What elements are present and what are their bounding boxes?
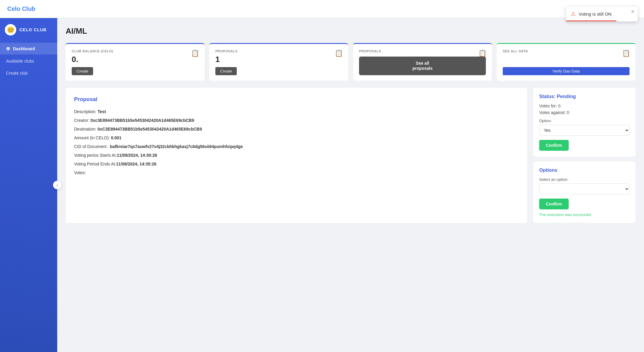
status-panel-title: Status: Pending xyxy=(539,94,630,99)
select-option-label: Select an option: xyxy=(539,177,630,182)
card-club-balance: CLUB BALANCE (CELO) 0. 📋 Create xyxy=(66,43,205,81)
calendar-icon-2: 📋 xyxy=(335,49,343,57)
sidebar: 😊 CELO CLUB ⊕ Dashboard Available clubs … xyxy=(0,18,57,352)
proposal-card: Proposal Description: Test Creator: 0xc3… xyxy=(66,88,527,223)
proposal-creator: Creator: 0xc3E894473BB51b5e5453042420A1d… xyxy=(74,117,519,124)
option-select[interactable]: Yes No xyxy=(539,125,630,136)
sidebar-nav: ⊕ Dashboard Available clubs Create club xyxy=(0,43,57,79)
sidebar-item-dashboard[interactable]: ⊕ Dashboard xyxy=(0,43,57,54)
votes-for: Votes for: 0 xyxy=(539,103,630,108)
sidebar-item-available-clubs[interactable]: Available clubs xyxy=(0,56,57,66)
calendar-icon-3: 📋 xyxy=(478,49,486,57)
card-verify-dao: SEE ALL DATA 📋 Verify Dao Data xyxy=(497,43,636,81)
card-value-balance: 0. xyxy=(72,55,199,64)
main-content: AI/ML CLUB BALANCE (CELO) 0. 📋 Create PR… xyxy=(57,18,644,352)
proposal-voting-start: Voting perios Starts At:11/08/2024, 14:3… xyxy=(74,152,519,159)
proposal-amount: Amount (in CELO): 0.001 xyxy=(74,135,519,141)
options-panel: Options Select an option: Option 1 Optio… xyxy=(533,162,636,223)
right-panel: Status: Pending Votes for: 0 Votes again… xyxy=(533,88,636,223)
card-label-see-proposals: PROPOSALS xyxy=(359,49,486,53)
proposal-cid: CID of Document : bafkreiar7qs7auwfv27v4… xyxy=(74,144,519,150)
proposal-voting-end: Voting Period Ends At:11/08/2024, 14:35:… xyxy=(74,161,519,167)
create-button-2[interactable]: Create xyxy=(215,67,237,75)
verify-dao-data-button[interactable]: Verify Dao Data xyxy=(503,67,630,75)
options-confirm-button[interactable]: Confirm xyxy=(539,199,569,209)
options-panel-title: Options xyxy=(539,168,630,173)
sidebar-item-create-club[interactable]: Create club xyxy=(0,68,57,79)
cards-row: CLUB BALANCE (CELO) 0. 📋 Create PROPOSAL… xyxy=(66,43,636,81)
brand-logo: Celo Club xyxy=(7,5,35,12)
toast-notification: ⚠ Voting is still ON ✕ xyxy=(566,6,638,22)
calendar-icon-1: 📋 xyxy=(191,49,199,57)
sidebar-logo-icon: 😊 xyxy=(5,24,16,36)
dashboard-icon: ⊕ xyxy=(6,46,10,51)
votes-against: Votes against: 0 xyxy=(539,110,630,115)
card-proposals-count: PROPOSALS 1 📋 Create xyxy=(209,43,348,81)
calendar-icon-4: 📋 xyxy=(622,49,630,57)
card-label-balance: CLUB BALANCE (CELO) xyxy=(72,49,199,53)
card-see-proposals: PROPOSALS 📋 See allproposals xyxy=(353,43,492,81)
proposal-description: Description: Test xyxy=(74,109,519,115)
create-button-1[interactable]: Create xyxy=(72,67,93,75)
options-select[interactable]: Option 1 Option 2 xyxy=(539,184,630,194)
proposal-destination: Destination: 0xC3E894473BB51b5e545304242… xyxy=(74,126,519,132)
status-confirm-button[interactable]: Confirm xyxy=(539,140,569,151)
sidebar-item-label-available-clubs: Available clubs xyxy=(6,59,34,63)
sidebar-logo: 😊 CELO CLUB xyxy=(0,24,57,43)
toast-message: Voting is still ON xyxy=(579,11,611,17)
toast-progress-bar xyxy=(566,20,616,21)
see-all-proposals-button[interactable]: See allproposals xyxy=(359,57,486,75)
option-label: Option: xyxy=(539,119,630,123)
sidebar-collapse-button[interactable]: ‹ xyxy=(53,181,61,189)
success-message: The execution was successful xyxy=(539,212,630,217)
sidebar-item-label-dashboard: Dashboard xyxy=(13,46,35,51)
content-row: Proposal Description: Test Creator: 0xc3… xyxy=(66,88,636,223)
proposal-card-title: Proposal xyxy=(74,96,519,103)
card-label-proposals: PROPOSALS xyxy=(215,49,342,53)
sidebar-item-label-create-club: Create club xyxy=(6,71,28,76)
card-value-proposals: 1 xyxy=(215,55,342,64)
proposal-votes: Votes: xyxy=(74,170,519,176)
toast-close-button[interactable]: ✕ xyxy=(631,9,635,14)
page-title: AI/ML xyxy=(66,26,636,36)
sidebar-logo-text: CELO CLUB xyxy=(19,27,47,32)
card-label-see-all-data: SEE ALL DATA xyxy=(503,49,630,53)
app-layout: 😊 CELO CLUB ⊕ Dashboard Available clubs … xyxy=(0,18,644,352)
warning-icon: ⚠ xyxy=(571,11,576,17)
status-panel: Status: Pending Votes for: 0 Votes again… xyxy=(533,88,636,157)
navbar: Celo Club 0xc3e894473bb51b5e... xyxy=(0,0,644,18)
